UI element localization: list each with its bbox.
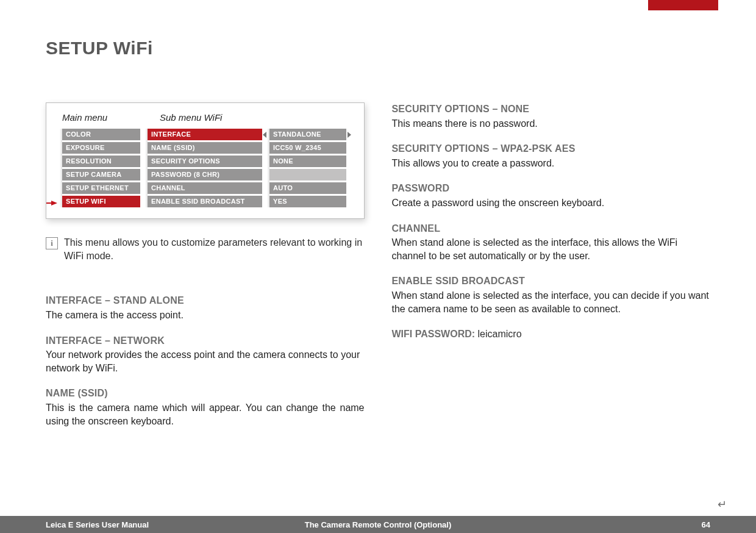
section-heading: CHANNEL — [392, 222, 711, 235]
footer-center: The Camera Remote Control (Optional) — [0, 520, 756, 529]
menu-sub-item: NAME (SSID) — [148, 142, 262, 154]
section-heading: INTERFACE – STAND ALONE — [46, 294, 365, 307]
section-body: Your network provides the access point a… — [46, 348, 365, 374]
menu-sub-item: PASSWORD (8 CHR) — [148, 169, 262, 181]
menu-main-item-selected: SETUP WIFI — [62, 196, 140, 207]
section-heading: PASSWORD — [392, 182, 711, 195]
menu-value-item: NONE — [269, 156, 346, 167]
wifi-password-value: leicamicro — [478, 329, 522, 339]
section-security-wpa2: SECURITY OPTIONS – WPA2-PSK AES This all… — [392, 142, 711, 170]
wifi-password-label: WIFI PASSWORD: — [392, 329, 478, 339]
menu-main-item: RESOLUTION — [62, 156, 140, 167]
section-body: This is the camera name which will appea… — [46, 401, 365, 427]
section-interface-standalone: INTERFACE – STAND ALONE The camera is th… — [46, 294, 365, 321]
section-wifi-password: WIFI PASSWORD: leicamicro — [392, 327, 711, 341]
menu-value-item: YES — [269, 196, 346, 207]
section-heading: ENABLE SSID BROADCAST — [392, 274, 711, 288]
label-sub-menu: Sub menu WiFi — [160, 112, 222, 124]
menu-main-item: SETUP ETHERNET — [62, 182, 140, 194]
menu-main-col: COLOR EXPOSURE RESOLUTION SETUP CAMERA S… — [62, 129, 140, 207]
triangle-left-icon — [263, 132, 266, 138]
section-heading: SECURITY OPTIONS – WPA2-PSK AES — [392, 142, 711, 156]
header-red-tab — [648, 0, 718, 10]
pointer-arrow-icon — [51, 201, 57, 206]
section-body: When stand alone is selected as the inte… — [392, 236, 711, 262]
section-interface-network: INTERFACE – NETWORK Your network provide… — [46, 334, 365, 375]
section-body: This means there is no password. — [392, 117, 711, 131]
menu-sub-item: SECURITY OPTIONS — [148, 156, 262, 167]
menu-sub-item: ENABLE SSID BROADCAST — [148, 196, 262, 207]
menu-sub-item-selected: INTERFACE — [148, 129, 262, 140]
info-note: i This menu allows you to customize para… — [46, 236, 365, 262]
menu-main-item: EXPOSURE — [62, 142, 140, 154]
section-body: Create a password using the onscreen key… — [392, 196, 711, 210]
footer-bar: Leica E Series User Manual The Camera Re… — [0, 516, 756, 533]
menu-sub-col: INTERFACE NAME (SSID) SECURITY OPTIONS P… — [148, 129, 262, 207]
left-column: Main menu Sub menu WiFi COLOR EXPOSURE R… — [46, 102, 365, 440]
section-body: When stand alone is selected as the inte… — [392, 289, 711, 315]
menu-screenshot-box: Main menu Sub menu WiFi COLOR EXPOSURE R… — [46, 102, 365, 219]
menu-value-item: ICC50 W_2345 — [269, 142, 346, 154]
section-body: The camera is the access point. — [46, 309, 365, 322]
triangle-right-icon — [348, 132, 351, 138]
section-password: PASSWORD Create a password using the ons… — [392, 182, 711, 209]
section-heading: INTERFACE – NETWORK — [46, 334, 365, 348]
section-enable-ssid: ENABLE SSID BROADCAST When stand alone i… — [392, 274, 711, 315]
section-heading: SECURITY OPTIONS – NONE — [392, 102, 711, 116]
right-column: SECURITY OPTIONS – NONE This means there… — [392, 102, 711, 440]
info-icon: i — [46, 237, 58, 249]
menu-main-item: COLOR — [62, 129, 140, 140]
menu-sub-item: CHANNEL — [148, 182, 262, 194]
section-security-none: SECURITY OPTIONS – NONE This means there… — [392, 102, 711, 130]
menu-main-item: SETUP CAMERA — [62, 169, 140, 181]
page-title: SETUP WiFi — [46, 38, 710, 59]
section-channel: CHANNEL When stand alone is selected as … — [392, 222, 711, 263]
menu-value-item-empty — [269, 169, 346, 181]
menu-values-col: STANDALONE ICC50 W_2345 NONE AUTO YES — [269, 129, 346, 207]
menu-value-item: STANDALONE — [269, 129, 346, 140]
return-icon: ↵ — [718, 498, 727, 511]
section-name-ssid: NAME (SSID) This is the camera name whic… — [46, 387, 365, 427]
menu-value-item: AUTO — [269, 182, 346, 194]
section-body: This allows you to create a password. — [392, 157, 711, 170]
section-heading: NAME (SSID) — [46, 387, 365, 400]
label-main-menu: Main menu — [62, 112, 160, 124]
info-note-text: This menu allows you to customize parame… — [64, 236, 365, 262]
